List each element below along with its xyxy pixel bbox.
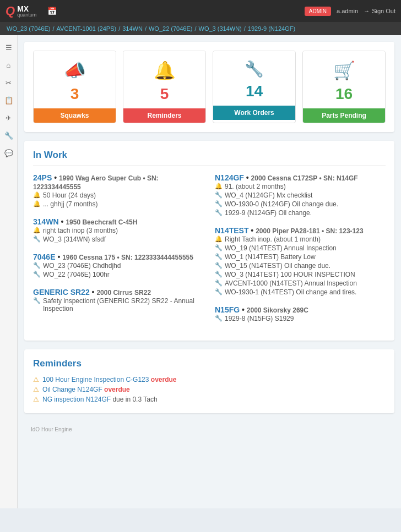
- aircraft-7046e-reg[interactable]: 7046E: [33, 253, 55, 261]
- calendar-icon[interactable]: 📅: [47, 7, 57, 15]
- work-item-text[interactable]: Right Tach inop. (about 1 month): [225, 235, 321, 243]
- work-item-text[interactable]: ... ghhjj (7 months): [43, 200, 97, 208]
- logo-quantum: quantum: [17, 13, 36, 18]
- sidebar-icon-plane[interactable]: ✈: [1, 110, 17, 125]
- aircraft-314wn-reg[interactable]: 314WN: [33, 217, 59, 226]
- stat-card-workorders[interactable]: 🔧 14 Work Orders: [213, 51, 296, 123]
- breadcrumb: WO_23 (7046E) / AVCENT-1001 (24PS) / 314…: [0, 22, 401, 35]
- inwork-left-column: 24PS • 1990 Wag Aero Super Cub • SN: 122…: [33, 173, 204, 332]
- app-logo[interactable]: Q MX quantum: [6, 4, 36, 18]
- signout-icon: →: [364, 8, 370, 14]
- reminder-text-1[interactable]: Oil Change N124GF overdue: [42, 386, 386, 393]
- inwork-right-column: N124GF • 2000 Cessna C172SP • SN: N14GF …: [215, 173, 386, 332]
- work-item-text[interactable]: 1929-8 (N15FG) S1929: [225, 315, 294, 322]
- sidebar-icon-menu[interactable]: ☰: [1, 40, 17, 55]
- work-item: 🔧 AVCENT-1000 (N14TEST) Annual Inspectio…: [215, 279, 386, 288]
- username-label: a.admin: [337, 8, 358, 14]
- breadcrumb-item-5[interactable]: 1929-9 (N124GF): [248, 25, 295, 32]
- work-item-text[interactable]: WO_3 (314WN) sfsdf: [43, 235, 106, 243]
- work-item-text[interactable]: WO_3 (N14TEST) 100 HOUR INSPECTION: [225, 271, 355, 278]
- work-item: 🔧 WO_4 (N124GF) Mx checklist: [215, 191, 386, 200]
- aircraft-314wn: 314WN • 1950 Beechcraft C-45H 🔔 right ta…: [33, 217, 204, 244]
- stat-card-squawks[interactable]: 📣 3 Squawks: [33, 51, 116, 123]
- stat-card-workorders-body: 🔧 14: [213, 51, 295, 106]
- reminders-count: 5: [160, 85, 169, 103]
- nav-left: Q MX quantum 📅: [6, 4, 57, 18]
- work-item: 🔔 Right Tach inop. (about 1 month): [215, 235, 386, 244]
- sidebar: ☰ ⌂ ✂ 📋 ✈ 🔧 💬: [0, 35, 18, 508]
- warning-icon: ⚠: [33, 386, 39, 393]
- warning-icon: ⚠: [33, 376, 39, 383]
- sidebar-icon-home[interactable]: ⌂: [1, 57, 17, 73]
- reminder-link-2[interactable]: NG inspection N124GF: [42, 396, 111, 403]
- work-item: 🔧 WO_3 (N14TEST) 100 HOUR INSPECTION: [215, 270, 386, 279]
- squawks-count: 3: [71, 85, 79, 103]
- reminder-link-1[interactable]: Oil Change N124GF: [42, 386, 102, 393]
- wrench-icon: 🔧: [215, 209, 223, 216]
- reminder-text-0[interactable]: 100 Hour Engine Inspection C-G123 overdu…: [42, 376, 386, 383]
- aircraft-n15fg-dot: •: [242, 305, 247, 314]
- aircraft-24ps-reg[interactable]: 24PS: [33, 173, 52, 182]
- breadcrumb-item-0[interactable]: WO_23 (7046E): [7, 25, 50, 32]
- breadcrumb-item-3[interactable]: WO_22 (7046E): [149, 25, 192, 32]
- work-item: 🔧 WO-1930-0 (N124GF) Oil change due.: [215, 200, 386, 209]
- squawks-label: Squawks: [34, 108, 116, 123]
- breadcrumb-item-2[interactable]: 314WN: [122, 25, 143, 32]
- work-item-text[interactable]: WO_15 (N14TEST) Oil change due.: [225, 262, 330, 270]
- stat-card-parts-body: 🛒 16: [303, 51, 385, 108]
- wrench-icon: 🔧: [33, 297, 41, 304]
- aircraft-n124gf: N124GF • 2000 Cessna C172SP • SN: N14GF …: [215, 173, 386, 217]
- work-item-text[interactable]: WO_23 (7046E) Chdhdjhd: [43, 262, 121, 270]
- work-item-text[interactable]: WO-1930-0 (N124GF) Oil change due.: [225, 200, 338, 208]
- sidebar-icon-tools[interactable]: ✂: [1, 75, 17, 90]
- work-item-text[interactable]: WO_19 (N14TEST) Annual Inspection: [225, 244, 337, 252]
- stat-card-parts[interactable]: 🛒 16 Parts Pending: [302, 51, 386, 123]
- work-item-text[interactable]: 1929-9 (N124GF) Oil change.: [225, 209, 312, 217]
- footer-text: IdO Hour Engine: [24, 422, 394, 437]
- breadcrumb-item-1[interactable]: AVCENT-1001 (24PS): [57, 25, 117, 32]
- stat-card-reminders[interactable]: 🔔 5 Reminders: [123, 51, 206, 123]
- reminders-section-title: Reminders: [33, 358, 386, 369]
- aircraft-n14test-reg[interactable]: N14TEST: [215, 226, 248, 235]
- aircraft-sr22-reg[interactable]: GENERIC SR22: [33, 288, 90, 297]
- wrench-icon: 🔧: [215, 315, 223, 322]
- aircraft-n15fg-reg[interactable]: N15FG: [215, 305, 240, 314]
- workorders-icon: 🔧: [245, 60, 264, 78]
- aircraft-n14test-desc: 2000 Piper PA28-181 • SN: 123-123: [256, 227, 363, 235]
- reminder-text-2[interactable]: NG inspection N124GF due in 0.3 Tach: [42, 396, 386, 403]
- aircraft-314wn-id: 314WN • 1950 Beechcraft C-45H: [33, 217, 204, 226]
- parts-icon: 🛒: [333, 60, 355, 81]
- work-item-text[interactable]: AVCENT-1000 (N14TEST) Annual Inspection: [225, 279, 357, 287]
- work-item-text[interactable]: WO_4 (N124GF) Mx checklist: [225, 191, 312, 199]
- work-item-text[interactable]: Safety inspectiont (GENERIC SR22) SR22 -…: [43, 297, 204, 312]
- main-content: 📣 3 Squawks 🔔 5 Reminders 🔧 14 Work Orde…: [18, 35, 401, 508]
- sidebar-icon-chat[interactable]: 💬: [1, 145, 17, 161]
- aircraft-24ps: 24PS • 1990 Wag Aero Super Cub • SN: 122…: [33, 173, 204, 209]
- aircraft-24ps-desc: 1990 Wag Aero Super Cub • SN: 1223334445…: [33, 174, 159, 191]
- work-item-text[interactable]: WO_1 (N14TEST) Battery Low: [225, 253, 316, 261]
- aircraft-24ps-id: 24PS • 1990 Wag Aero Super Cub • SN: 122…: [33, 173, 204, 191]
- aircraft-n14test: N14TEST • 2000 Piper PA28-181 • SN: 123-…: [215, 226, 386, 297]
- wrench-icon: 🔧: [215, 288, 223, 295]
- sidebar-icon-clipboard[interactable]: 📋: [1, 92, 17, 108]
- logo-q: Q: [6, 4, 15, 18]
- work-item-text[interactable]: 50 Hour (24 days): [43, 191, 96, 199]
- signout-button[interactable]: → Sign Out: [364, 8, 395, 14]
- wrench-icon: 🔧: [215, 191, 223, 199]
- sidebar-icon-wrench[interactable]: 🔧: [1, 128, 17, 143]
- bell-icon: 🔔: [215, 235, 223, 243]
- work-item-text[interactable]: WO-1930-1 (N14TEST) Oil change and tires…: [225, 288, 356, 296]
- aircraft-sr22-desc: 2000 Cirrus SR22: [96, 289, 151, 297]
- wrench-icon: 🔧: [33, 235, 41, 243]
- aircraft-n124gf-desc: 2000 Cessna C172SP • SN: N14GF: [251, 174, 358, 182]
- logo-mx: MX: [17, 5, 36, 13]
- work-item-text[interactable]: 91. (about 2 months): [225, 183, 286, 190]
- reminder-link-0[interactable]: 100 Hour Engine Inspection C-G123: [42, 376, 149, 383]
- work-item: 🔧 WO_22 (7046E) 100hr: [33, 270, 204, 279]
- work-item-text[interactable]: WO_22 (7046E) 100hr: [43, 271, 110, 278]
- work-item-text[interactable]: right tach inop (3 months): [43, 227, 118, 234]
- reminders-panel: Reminders ⚠ 100 Hour Engine Inspection C…: [24, 349, 394, 413]
- breadcrumb-item-4[interactable]: WO_3 (314WN): [199, 25, 242, 32]
- bell-icon: 🔔: [33, 191, 41, 199]
- aircraft-n124gf-reg[interactable]: N124GF: [215, 173, 244, 182]
